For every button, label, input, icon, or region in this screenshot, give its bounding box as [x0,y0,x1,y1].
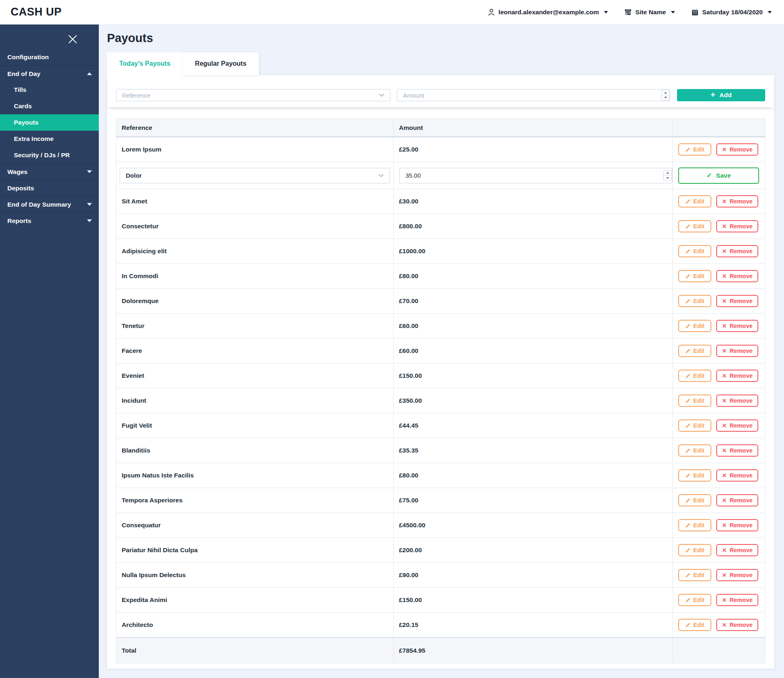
edit-button[interactable]: Edit [678,619,711,631]
remove-button[interactable]: ✕ Remove [716,345,758,357]
tab-today-s-payouts[interactable]: Today's Payouts [107,52,183,75]
edit-amount-stepper[interactable] [663,170,672,181]
stepper-up-icon[interactable] [664,171,671,176]
table-body: Lorem Ipsum £25.00 Edit ✕ Remove Dolor [116,137,765,638]
edit-button[interactable]: Edit [678,370,711,382]
tab-label: Today's Payouts [119,60,170,67]
sidebar-item-tills[interactable]: Tills [0,82,99,98]
edit-amount-input[interactable] [400,168,663,183]
save-button[interactable]: ✓ Save [678,167,759,184]
date-menu[interactable]: Saturday 18/04/2020 [691,9,772,16]
remove-button[interactable]: ✕ Remove [716,270,758,282]
row-reference: Eveniet [116,364,393,388]
edit-button[interactable]: Edit [678,594,711,606]
edit-button[interactable]: Edit [678,469,711,482]
stepper-down-icon[interactable] [662,96,669,100]
pencil-icon [685,498,690,503]
remove-button[interactable]: ✕ Remove [716,220,758,232]
edit-button[interactable]: Edit [678,519,711,531]
row-actions: Edit ✕ Remove [673,264,765,288]
edit-button[interactable]: Edit [678,143,711,156]
edit-button[interactable]: Edit [678,245,711,257]
tab-regular-payouts[interactable]: Regular Payouts [183,52,258,75]
edit-button[interactable]: Edit [678,494,711,506]
edit-button[interactable]: Edit [678,345,711,357]
pencil-icon [685,398,690,404]
amount-input[interactable] [397,89,661,101]
row-amount: £60.00 [393,339,673,363]
row-amount: £20.15 [393,613,673,637]
remove-button[interactable]: ✕ Remove [716,320,758,332]
remove-button[interactable]: ✕ Remove [716,370,758,382]
app-logo: CASH UP [11,6,62,18]
remove-button[interactable]: ✕ Remove [716,245,758,257]
edit-reference-select[interactable]: Dolor [120,168,390,183]
sidebar-item-payouts[interactable]: Payouts [0,114,99,131]
x-icon: ✕ [722,423,727,428]
row-actions: Edit ✕ Remove [673,538,765,562]
edit-button[interactable]: Edit [678,544,711,556]
sidebar-item-wages[interactable]: Wages [0,163,99,180]
pencil-icon [685,274,690,279]
sidebar-item-deposits[interactable]: Deposits [0,180,99,196]
remove-button[interactable]: ✕ Remove [716,295,758,307]
stepper-down-icon[interactable] [664,176,671,181]
row-amount: £1000.00 [393,239,673,263]
sidebar-item-label: Configuration [7,54,49,61]
stepper-up-icon[interactable] [662,90,669,96]
sidebar-item-cards[interactable]: Cards [0,98,99,114]
pencil-icon [685,147,690,152]
remove-button[interactable]: ✕ Remove [716,594,758,606]
remove-button[interactable]: ✕ Remove [716,419,758,432]
edit-button[interactable]: Edit [678,569,711,581]
remove-button[interactable]: ✕ Remove [716,444,758,457]
add-button[interactable]: + Add [677,89,765,101]
sidebar-item-label: Extra Income [14,135,53,143]
edit-button[interactable]: Edit [678,320,711,332]
site-menu[interactable]: Site Name [624,9,675,16]
row-reference: Lorem Ipsum [116,137,393,162]
remove-button[interactable]: ✕ Remove [716,569,758,581]
row-amount: £75.00 [393,488,673,513]
edit-button[interactable]: Edit [678,195,711,207]
table-row-editing: Dolor ✓ Save [116,162,765,189]
x-icon: ✕ [722,597,727,603]
edit-button[interactable]: Edit [678,419,711,432]
table-row: Expedita Animi £150.00 Edit ✕ Remove [116,588,765,613]
pencil-icon [685,622,690,628]
edit-button[interactable]: Edit [678,395,711,407]
remove-button[interactable]: ✕ Remove [716,469,758,482]
reference-select[interactable]: Reference [116,89,390,101]
remove-button[interactable]: ✕ Remove [716,544,758,556]
row-actions: Edit ✕ Remove [673,314,765,338]
sidebar-item-reports[interactable]: Reports [0,212,99,229]
close-icon[interactable] [67,33,78,45]
sidebar-item-label: Cards [14,103,32,110]
row-amount: £800.00 [393,214,673,239]
sidebar-item-end-of-day-summary[interactable]: End of Day Summary [0,196,99,212]
row-reference: Architecto [116,613,393,637]
sidebar-item-security-djs-pr[interactable]: Security / DJs / PR [0,147,99,163]
payouts-table: Reference Amount Lorem Ipsum £25.00 Edit… [116,118,765,663]
sidebar-item-extra-income[interactable]: Extra Income [0,131,99,147]
remove-button[interactable]: ✕ Remove [716,619,758,631]
sidebar-item-configuration[interactable]: Configuration [0,49,99,65]
edit-button[interactable]: Edit [678,295,711,307]
table-row: Consectetur £800.00 Edit ✕ Remove [116,214,765,239]
remove-button[interactable]: ✕ Remove [716,195,758,207]
edit-button[interactable]: Edit [678,270,711,282]
amount-stepper[interactable] [661,90,670,100]
sidebar-item-label: Reports [7,217,31,225]
edit-button[interactable]: Edit [678,444,711,457]
remove-button[interactable]: ✕ Remove [716,494,758,506]
remove-button[interactable]: ✕ Remove [716,395,758,407]
row-amount: £25.00 [393,137,673,162]
user-icon [488,9,495,16]
pencil-icon [685,224,690,229]
sidebar-item-end-of-day[interactable]: End of Day [0,65,99,82]
remove-button[interactable]: ✕ Remove [716,519,758,531]
pencil-icon [685,523,690,528]
edit-button[interactable]: Edit [678,220,711,232]
remove-button[interactable]: ✕ Remove [716,143,758,156]
user-menu[interactable]: leonard.alexander@example.com [488,9,608,16]
